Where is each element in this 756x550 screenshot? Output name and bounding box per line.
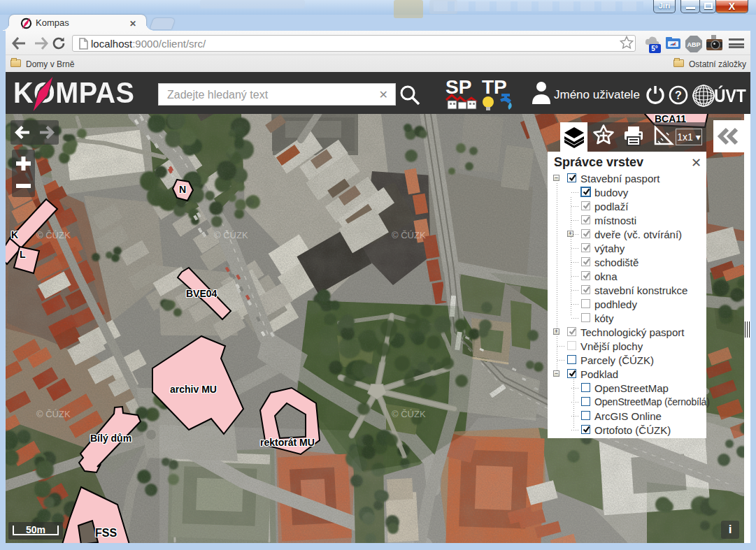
svg-text:5°: 5° — [651, 45, 658, 52]
svg-text:SP: SP — [445, 77, 471, 98]
svg-text:ABP: ABP — [687, 41, 700, 48]
svg-text:?: ? — [675, 89, 682, 101]
